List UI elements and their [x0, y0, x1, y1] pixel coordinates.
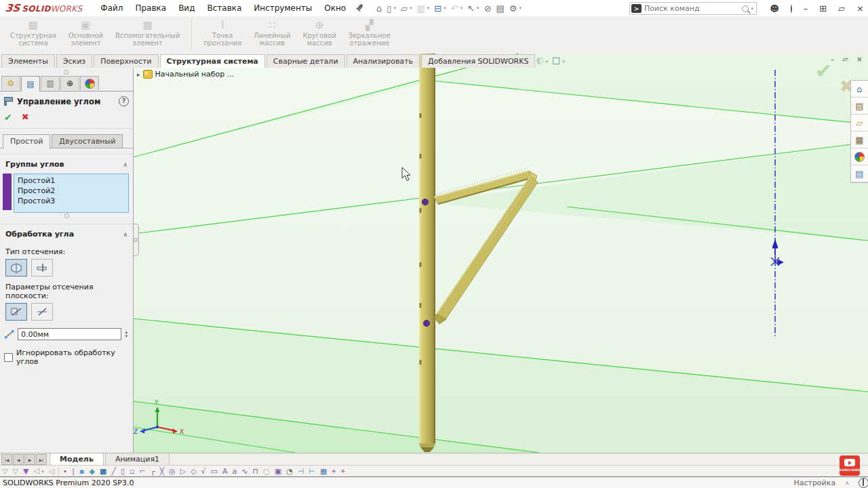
filter-active-icon[interactable]: ▼ [23, 467, 28, 476]
pm-cancel-button[interactable]: ✖ [22, 112, 29, 123]
menu-item[interactable]: Вставка [201, 1, 248, 16]
structure-system-button[interactable]: ▦ Структурная система [4, 18, 62, 52]
filter-routing-icon[interactable]: ┌ [151, 467, 155, 476]
filter-text-icon[interactable]: A [222, 467, 228, 476]
restore-icon[interactable]: ⊞ [819, 4, 827, 13]
doc-minimize-icon[interactable]: – [831, 55, 835, 64]
filter-center-icon[interactable]: ◎ [169, 467, 176, 476]
filter-edges-icon[interactable]: | [72, 467, 75, 476]
report-icon[interactable]: ▤ [496, 4, 505, 13]
list-resize-handle[interactable] [64, 214, 69, 218]
last-tab-button[interactable]: ▶| [36, 454, 47, 465]
filter-pin-right-icon[interactable]: ⊢ [309, 467, 315, 476]
next-tab-button[interactable]: ▶ [24, 454, 35, 465]
filter-datum-icon[interactable]: ▷ [180, 467, 186, 476]
command-tab[interactable]: Поверхности [94, 54, 158, 68]
filter-note-icon[interactable]: ▭ [211, 467, 218, 476]
taskpane-view-palette-icon[interactable]: ▦ [851, 131, 868, 148]
corner-mode-tab[interactable]: Двусоставный [52, 134, 123, 148]
minimize-icon[interactable]: – [804, 4, 808, 13]
feature-tree-item[interactable]: ▸ Начальный набор ... [137, 70, 234, 79]
corner-groups-list[interactable]: Простой1Простой2Простой3 [14, 174, 129, 213]
menu-item[interactable]: Инструменты [248, 1, 318, 16]
search-icon[interactable] [742, 5, 749, 12]
search-scope-caret-icon[interactable]: ▾ [751, 6, 753, 12]
corner-group-item[interactable]: Простой2 [14, 186, 128, 196]
reference-planes[interactable] [133, 54, 868, 453]
filter-pin-left-icon[interactable]: ⊣ [298, 467, 304, 476]
status-caret-icon[interactable]: ∧ [845, 480, 849, 486]
panel-grab-handle[interactable] [64, 70, 68, 75]
model-canvas[interactable]: Y X Z [133, 54, 868, 453]
filter-toggle-icon[interactable]: ▽ [12, 467, 18, 476]
corner-group-item[interactable]: Простой3 [14, 196, 128, 206]
panel-splitter-handle[interactable] [133, 224, 139, 256]
command-tab[interactable]: Добавления SOLIDWORKS [421, 54, 535, 68]
first-body-cut-button[interactable] [31, 259, 53, 277]
apply-scene-icon[interactable]: ◐ [536, 55, 548, 67]
menu-item[interactable]: Файл [94, 1, 129, 16]
globe-icon[interactable] [859, 478, 868, 488]
cascade-windows-icon[interactable]: ▱ [838, 4, 845, 13]
filter-small-text-icon[interactable]: a [233, 467, 237, 476]
filter-target-icon[interactable]: ⌖ [332, 467, 336, 476]
customize-label[interactable]: Настройка [793, 479, 835, 487]
filter-mesh-icon[interactable]: ▦ [320, 467, 327, 476]
taskpane-design-library-icon[interactable]: ▤ [851, 98, 868, 115]
document-tab[interactable]: Модель [50, 453, 104, 466]
help-icon[interactable] [791, 3, 792, 14]
confirm-ok-icon[interactable]: ✔ [815, 59, 832, 83]
attachment-icon[interactable]: ⊘ [484, 4, 492, 13]
filter-decal-icon[interactable]: ▣ [275, 467, 281, 476]
menu-item[interactable]: Окно [318, 1, 352, 16]
taskpane-3d-content-icon[interactable] [851, 148, 868, 165]
filter-surface-icon[interactable]: ◆ [90, 467, 95, 476]
collapse-chevron-icon[interactable]: ∧ [123, 161, 127, 168]
close-icon[interactable]: × [856, 4, 864, 13]
filter-midpoint-icon[interactable]: ╳ [159, 467, 164, 476]
corner-mode-tab[interactable]: Простой [3, 134, 50, 148]
pm-ok-button[interactable]: ✔ [4, 112, 12, 123]
filter-faces-icon[interactable]: ▪ [79, 467, 84, 476]
filter-plane-icon[interactable]: ▯ [121, 467, 125, 476]
pm-tab-propertymanager[interactable]: ▤ [21, 76, 40, 92]
filter-pie-icon[interactable]: ◔ [286, 467, 293, 476]
select-arrow-icon[interactable]: ◁ [33, 466, 43, 476]
pierce-point-button[interactable]: I Точка пронзания [197, 18, 248, 52]
save-icon[interactable]: ▥ [417, 4, 430, 13]
planar-cut-button[interactable] [5, 259, 27, 277]
mirror-button[interactable]: ▞ Зеркальное отражение [342, 18, 397, 52]
view-settings-icon[interactable]: □ [552, 55, 565, 67]
command-tab[interactable]: Элементы [1, 54, 55, 68]
command-tab[interactable]: Эскиз [56, 54, 92, 68]
corner-group-item[interactable]: Простой1 [14, 176, 128, 186]
user-account-icon[interactable]: ☻ [770, 4, 779, 13]
corner-treatment-header[interactable]: Обработка угла ∧ [0, 224, 133, 242]
joint-point-upper[interactable] [422, 199, 429, 205]
options-gear-icon[interactable]: ⚙ [509, 4, 521, 13]
linear-pattern-button[interactable]: ∷ Линейный массив [248, 18, 296, 52]
command-tab[interactable]: Анализировать [347, 54, 420, 68]
filter-vertices-icon[interactable]: • [63, 467, 68, 476]
undo-icon[interactable]: ↶ [451, 4, 462, 13]
ignore-treatment-checkbox[interactable] [4, 353, 13, 362]
pm-tab-featuremanager[interactable]: ⚙ [1, 76, 20, 90]
command-tab[interactable]: Структурная система [160, 54, 265, 68]
taskpane-custom-properties-icon[interactable]: ▤ [851, 165, 868, 182]
tree-item-label[interactable]: Начальный набор ... [155, 70, 235, 79]
prev-tab-button[interactable]: ◀ [13, 454, 24, 465]
filter-target2-icon[interactable]: ⌖ [341, 467, 345, 476]
filter-dimension-icon[interactable]: ◇ [191, 467, 196, 476]
graphics-viewport[interactable]: Y X Z ▸ Начальный набор ... ◎◻✂◨▧◧◉●◐□ [133, 54, 868, 453]
open-icon[interactable]: ▱ [401, 4, 412, 13]
taskpane-file-explorer-icon[interactable]: ▱ [851, 115, 868, 131]
spinner-down-icon[interactable]: ▾ [125, 334, 127, 338]
pm-help-icon[interactable]: ? [119, 96, 129, 106]
document-tab[interactable]: Анимация1 [105, 453, 170, 466]
first-tab-button[interactable]: |◀ [1, 454, 12, 465]
offset-value-field[interactable]: 0.00мм [18, 328, 121, 340]
secondary-member-button[interactable]: ▩ Вспомогательный элемент [109, 18, 186, 52]
taskpane-home-icon[interactable]: ⌂ [851, 81, 868, 98]
select-filter-arrow-icon[interactable]: ◁ [48, 467, 54, 476]
column-member[interactable] [419, 54, 435, 452]
